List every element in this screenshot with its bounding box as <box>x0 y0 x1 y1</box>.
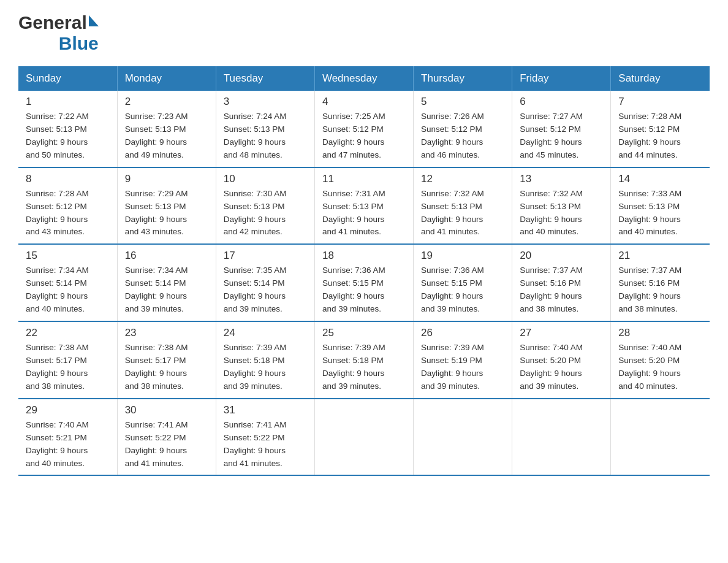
day-number: 28 <box>618 327 702 339</box>
day-info: Sunrise: 7:39 AM Sunset: 5:18 PM Dayligh… <box>322 342 406 393</box>
day-cell: 23 Sunrise: 7:38 AM Sunset: 5:17 PM Dayl… <box>117 321 216 399</box>
day-number: 18 <box>322 250 406 262</box>
header-row: SundayMondayTuesdayWednesdayThursdayFrid… <box>18 66 710 91</box>
day-info: Sunrise: 7:28 AM Sunset: 5:12 PM Dayligh… <box>618 110 702 162</box>
day-number: 15 <box>26 250 110 262</box>
day-info: Sunrise: 7:37 AM Sunset: 5:16 PM Dayligh… <box>618 264 702 316</box>
col-header-thursday: Thursday <box>414 66 512 91</box>
col-header-monday: Monday <box>117 66 216 91</box>
logo: General Blue <box>18 12 99 54</box>
day-number: 2 <box>125 96 208 108</box>
day-number: 6 <box>520 96 603 108</box>
day-info: Sunrise: 7:33 AM Sunset: 5:13 PM Dayligh… <box>618 188 702 239</box>
day-info: Sunrise: 7:36 AM Sunset: 5:15 PM Dayligh… <box>322 264 406 316</box>
day-number: 11 <box>322 173 406 185</box>
day-number: 30 <box>125 404 208 416</box>
day-info: Sunrise: 7:39 AM Sunset: 5:19 PM Dayligh… <box>421 342 504 393</box>
week-row-3: 15 Sunrise: 7:34 AM Sunset: 5:14 PM Dayl… <box>18 244 710 321</box>
day-number: 1 <box>26 96 110 108</box>
week-row-2: 8 Sunrise: 7:28 AM Sunset: 5:12 PM Dayli… <box>18 167 710 245</box>
day-cell: 4 Sunrise: 7:25 AM Sunset: 5:12 PM Dayli… <box>314 91 413 167</box>
day-cell: 8 Sunrise: 7:28 AM Sunset: 5:12 PM Dayli… <box>18 167 117 245</box>
day-cell: 31 Sunrise: 7:41 AM Sunset: 5:22 PM Dayl… <box>216 399 314 476</box>
day-info: Sunrise: 7:39 AM Sunset: 5:18 PM Dayligh… <box>224 342 307 393</box>
day-info: Sunrise: 7:35 AM Sunset: 5:14 PM Dayligh… <box>224 264 307 316</box>
day-number: 31 <box>224 404 307 416</box>
day-cell: 28 Sunrise: 7:40 AM Sunset: 5:20 PM Dayl… <box>611 321 710 399</box>
day-info: Sunrise: 7:32 AM Sunset: 5:13 PM Dayligh… <box>520 188 603 239</box>
day-info: Sunrise: 7:38 AM Sunset: 5:17 PM Dayligh… <box>26 342 110 393</box>
day-cell: 13 Sunrise: 7:32 AM Sunset: 5:13 PM Dayl… <box>512 167 611 245</box>
day-info: Sunrise: 7:26 AM Sunset: 5:12 PM Dayligh… <box>421 110 504 162</box>
day-cell: 22 Sunrise: 7:38 AM Sunset: 5:17 PM Dayl… <box>18 321 117 399</box>
col-header-tuesday: Tuesday <box>216 66 314 91</box>
logo-triangle-icon <box>89 15 99 26</box>
day-info: Sunrise: 7:40 AM Sunset: 5:20 PM Dayligh… <box>618 342 702 393</box>
day-info: Sunrise: 7:25 AM Sunset: 5:12 PM Dayligh… <box>322 110 406 162</box>
day-cell: 24 Sunrise: 7:39 AM Sunset: 5:18 PM Dayl… <box>216 321 314 399</box>
day-cell: 16 Sunrise: 7:34 AM Sunset: 5:14 PM Dayl… <box>117 244 216 321</box>
day-number: 7 <box>618 96 702 108</box>
day-cell: 18 Sunrise: 7:36 AM Sunset: 5:15 PM Dayl… <box>314 244 413 321</box>
day-info: Sunrise: 7:22 AM Sunset: 5:13 PM Dayligh… <box>26 110 110 162</box>
day-cell: 30 Sunrise: 7:41 AM Sunset: 5:22 PM Dayl… <box>117 399 216 476</box>
day-cell: 3 Sunrise: 7:24 AM Sunset: 5:13 PM Dayli… <box>216 91 314 167</box>
day-info: Sunrise: 7:23 AM Sunset: 5:13 PM Dayligh… <box>125 110 208 162</box>
day-cell: 25 Sunrise: 7:39 AM Sunset: 5:18 PM Dayl… <box>314 321 413 399</box>
day-info: Sunrise: 7:38 AM Sunset: 5:17 PM Dayligh… <box>125 342 208 393</box>
day-info: Sunrise: 7:40 AM Sunset: 5:20 PM Dayligh… <box>520 342 603 393</box>
day-info: Sunrise: 7:36 AM Sunset: 5:15 PM Dayligh… <box>421 264 504 316</box>
day-number: 25 <box>322 327 406 339</box>
day-info: Sunrise: 7:28 AM Sunset: 5:12 PM Dayligh… <box>26 188 110 239</box>
day-info: Sunrise: 7:37 AM Sunset: 5:16 PM Dayligh… <box>520 264 603 316</box>
day-cell: 14 Sunrise: 7:33 AM Sunset: 5:13 PM Dayl… <box>611 167 710 245</box>
day-info: Sunrise: 7:30 AM Sunset: 5:13 PM Dayligh… <box>224 188 307 239</box>
day-info: Sunrise: 7:34 AM Sunset: 5:14 PM Dayligh… <box>125 264 208 316</box>
week-row-1: 1 Sunrise: 7:22 AM Sunset: 5:13 PM Dayli… <box>18 91 710 167</box>
day-cell: 6 Sunrise: 7:27 AM Sunset: 5:12 PM Dayli… <box>512 91 611 167</box>
day-cell: 11 Sunrise: 7:31 AM Sunset: 5:13 PM Dayl… <box>314 167 413 245</box>
day-cell: 21 Sunrise: 7:37 AM Sunset: 5:16 PM Dayl… <box>611 244 710 321</box>
day-info: Sunrise: 7:31 AM Sunset: 5:13 PM Dayligh… <box>322 188 406 239</box>
day-number: 23 <box>125 327 208 339</box>
day-cell: 26 Sunrise: 7:39 AM Sunset: 5:19 PM Dayl… <box>414 321 512 399</box>
day-info: Sunrise: 7:27 AM Sunset: 5:12 PM Dayligh… <box>520 110 603 162</box>
day-cell <box>314 399 413 476</box>
day-info: Sunrise: 7:41 AM Sunset: 5:22 PM Dayligh… <box>224 419 307 470</box>
day-number: 27 <box>520 327 603 339</box>
day-number: 5 <box>421 96 504 108</box>
day-info: Sunrise: 7:24 AM Sunset: 5:13 PM Dayligh… <box>224 110 307 162</box>
day-cell: 9 Sunrise: 7:29 AM Sunset: 5:13 PM Dayli… <box>117 167 216 245</box>
logo-blue-text: Blue <box>59 33 99 54</box>
day-number: 13 <box>520 173 603 185</box>
logo-general-text: General <box>18 12 87 33</box>
day-cell <box>512 399 611 476</box>
col-header-friday: Friday <box>512 66 611 91</box>
day-number: 22 <box>26 327 110 339</box>
day-cell: 19 Sunrise: 7:36 AM Sunset: 5:15 PM Dayl… <box>414 244 512 321</box>
day-number: 26 <box>421 327 504 339</box>
day-number: 19 <box>421 250 504 262</box>
day-number: 14 <box>618 173 702 185</box>
day-cell: 5 Sunrise: 7:26 AM Sunset: 5:12 PM Dayli… <box>414 91 512 167</box>
day-cell: 10 Sunrise: 7:30 AM Sunset: 5:13 PM Dayl… <box>216 167 314 245</box>
day-number: 3 <box>224 96 307 108</box>
day-number: 24 <box>224 327 307 339</box>
day-cell: 15 Sunrise: 7:34 AM Sunset: 5:14 PM Dayl… <box>18 244 117 321</box>
day-cell: 27 Sunrise: 7:40 AM Sunset: 5:20 PM Dayl… <box>512 321 611 399</box>
day-number: 20 <box>520 250 603 262</box>
col-header-sunday: Sunday <box>18 66 117 91</box>
day-info: Sunrise: 7:32 AM Sunset: 5:13 PM Dayligh… <box>421 188 504 239</box>
day-number: 21 <box>618 250 702 262</box>
day-info: Sunrise: 7:41 AM Sunset: 5:22 PM Dayligh… <box>125 419 208 470</box>
day-number: 16 <box>125 250 208 262</box>
day-info: Sunrise: 7:34 AM Sunset: 5:14 PM Dayligh… <box>26 264 110 316</box>
day-cell: 7 Sunrise: 7:28 AM Sunset: 5:12 PM Dayli… <box>611 91 710 167</box>
day-cell <box>414 399 512 476</box>
page-header: General Blue <box>18 12 710 54</box>
week-row-5: 29 Sunrise: 7:40 AM Sunset: 5:21 PM Dayl… <box>18 399 710 476</box>
day-number: 17 <box>224 250 307 262</box>
day-number: 9 <box>125 173 208 185</box>
col-header-saturday: Saturday <box>611 66 710 91</box>
day-cell: 17 Sunrise: 7:35 AM Sunset: 5:14 PM Dayl… <box>216 244 314 321</box>
